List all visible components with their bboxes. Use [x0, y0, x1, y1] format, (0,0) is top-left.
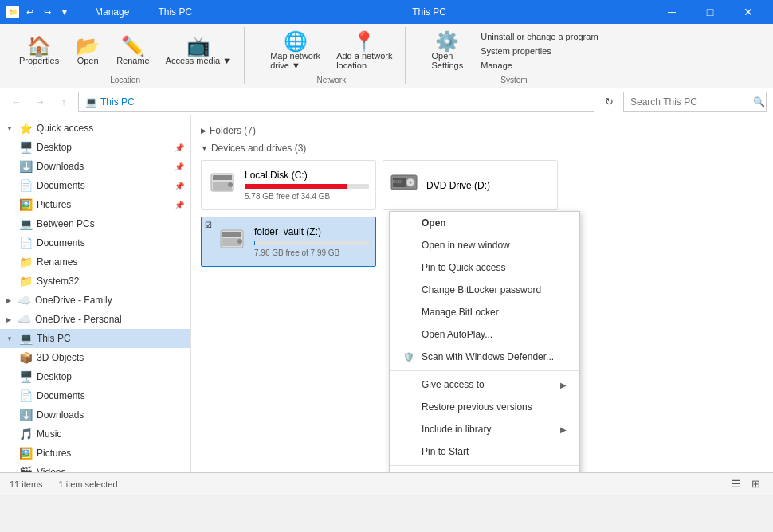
ctx-manage-bitlocker[interactable]: Manage BitLocker: [390, 301, 579, 323]
ctx-change-bitlocker-icon: [402, 284, 415, 296]
add-network-button[interactable]: 📍 Add a networklocation: [330, 29, 398, 73]
ctx-change-bitlocker[interactable]: Change BitLocker password: [390, 279, 579, 301]
ribbon-tab-thispc[interactable]: This PC: [145, 2, 205, 22]
drive-dvd[interactable]: DVD DVD Drive (D:): [383, 160, 558, 210]
open-button[interactable]: 📂 Open: [69, 33, 107, 68]
map-network-button[interactable]: 🌐 Map networkdrive ▼: [264, 29, 327, 73]
add-network-icon: 📍: [352, 32, 376, 51]
back-button[interactable]: ←: [6, 92, 26, 111]
access-media-button[interactable]: 📺 Access media ▼: [159, 33, 237, 68]
settings-label: OpenSettings: [431, 51, 463, 70]
onedrive-personal-label: OneDrive - Personal: [35, 314, 122, 325]
ctx-give-access[interactable]: Give access to ▶: [390, 374, 579, 396]
qa-dropdown[interactable]: ▼: [57, 5, 72, 19]
folder-vault-space: 7.96 GB free of 7.99 GB: [254, 248, 369, 257]
pictures2-icon: 🖼️: [19, 447, 32, 460]
this-pc-expand-icon: ▼: [6, 335, 13, 342]
large-icons-view-button[interactable]: ⊞: [747, 476, 763, 492]
sidebar-item-pictures[interactable]: 🖼️ Pictures 📌: [0, 195, 190, 214]
folders-section-header[interactable]: ▶ Folders (7): [201, 122, 763, 139]
renames-label: Renames: [37, 256, 77, 268]
open-settings-button[interactable]: ⚙️ OpenSettings: [425, 29, 469, 73]
ctx-sep-1: [390, 370, 579, 371]
qa-undo[interactable]: ↩: [22, 5, 37, 19]
documents-pin-icon: 📌: [175, 182, 184, 190]
local-disk-space: 5.78 GB free of 34.4 GB: [245, 192, 369, 201]
sidebar-item-videos[interactable]: 🎬 Videos: [0, 463, 190, 472]
downloads2-icon: ⬇️: [19, 409, 32, 421]
qa-redo[interactable]: ↪: [40, 5, 54, 19]
ctx-pin-qa-left: Pin to Quick access: [402, 261, 505, 274]
ctx-format[interactable]: Format...: [390, 468, 579, 472]
ctx-pin-start[interactable]: Pin to Start: [390, 440, 579, 463]
sidebar-item-system32[interactable]: 📁 System32: [0, 272, 190, 291]
ctx-pin-start-label: Pin to Start: [422, 446, 469, 457]
sidebar-item-documents3[interactable]: 📄 Documents: [0, 386, 190, 405]
sidebar-item-between-pcs[interactable]: 💻 Between PCs: [0, 214, 190, 233]
ctx-restore-versions[interactable]: Restore previous versions: [390, 396, 579, 418]
drive-folder-vault[interactable]: ☑ folder_vault (Z:) 7.96 GB free of 7.99…: [201, 217, 376, 267]
dvd-drive-icon: DVD: [390, 167, 418, 203]
sidebar-item-documents[interactable]: 📄 Documents 📌: [0, 176, 190, 195]
ctx-include-library-label: Include in library: [422, 424, 491, 435]
downloads-icon: ⬇️: [19, 160, 32, 173]
sidebar-item-desktop2[interactable]: 🖥️ Desktop: [0, 367, 190, 386]
sidebar-item-onedrive-personal[interactable]: ▶ ☁️ OneDrive - Personal: [0, 310, 190, 329]
ctx-pin-qa-label: Pin to Quick access: [422, 262, 505, 273]
search-box[interactable]: 🔍: [623, 92, 767, 112]
qa-separator: [77, 6, 77, 18]
uninstall-button[interactable]: Uninstall or change a program: [476, 30, 602, 43]
sidebar-item-downloads2[interactable]: ⬇️ Downloads: [0, 405, 190, 424]
documents3-icon: 📄: [19, 389, 32, 402]
drive-local-disk[interactable]: Local Disk (C:) 5.78 GB free of 34.4 GB: [201, 160, 376, 210]
desktop-icon: 🖥️: [19, 141, 32, 154]
forward-button[interactable]: →: [30, 92, 49, 111]
sidebar-item-quick-access[interactable]: ▼ ⭐ Quick access: [0, 119, 190, 138]
system-props-button[interactable]: System properties: [476, 45, 602, 57]
app-icon: 📁: [6, 6, 19, 18]
path-this-pc[interactable]: This PC: [100, 96, 135, 108]
open-label: Open: [77, 56, 99, 65]
desktop2-icon: 🖥️: [19, 370, 32, 383]
details-view-button[interactable]: ☰: [728, 476, 744, 492]
sidebar-item-downloads[interactable]: ⬇️ Downloads 📌: [0, 157, 190, 176]
sidebar-item-onedrive-family[interactable]: ▶ ☁️ OneDrive - Family: [0, 291, 190, 310]
title-bar: 📁 ↩ ↪ ▼ Manage This PC This PC ─ □ ✕: [0, 0, 773, 24]
folder-vault-info: folder_vault (Z:) 7.96 GB free of 7.99 G…: [254, 226, 369, 257]
sidebar-item-this-pc[interactable]: ▼ 💻 This PC: [0, 329, 190, 348]
rename-button[interactable]: ✏️ Rename: [110, 33, 156, 68]
ctx-pin-qa-icon: [402, 261, 415, 274]
rename-label: Rename: [116, 56, 150, 65]
network-group-label: Network: [316, 74, 346, 84]
ctx-open[interactable]: Open: [390, 212, 579, 234]
access-media-icon: 📺: [186, 37, 210, 56]
close-button[interactable]: ✕: [730, 0, 767, 24]
dvd-info: DVD Drive (D:): [426, 180, 551, 191]
maximize-button[interactable]: □: [692, 0, 728, 24]
desktop2-label: Desktop: [37, 371, 72, 382]
up-button[interactable]: ↑: [54, 92, 73, 111]
ribbon-tab-manage[interactable]: Manage: [82, 2, 142, 22]
sidebar-item-pictures2[interactable]: 🖼️ Pictures: [0, 444, 190, 463]
sidebar-item-3d-objects[interactable]: 📦 3D Objects: [0, 348, 190, 367]
ctx-scan-defender[interactable]: 🛡️ Scan with Windows Defender...: [390, 346, 579, 368]
sidebar-item-desktop[interactable]: 🖥️ Desktop 📌: [0, 138, 190, 157]
music-icon: 🎵: [19, 428, 32, 440]
ctx-open-autoplay[interactable]: Open AutoPlay...: [390, 323, 579, 346]
ctx-open-new-window[interactable]: Open in new window: [390, 234, 579, 256]
sidebar-item-music[interactable]: 🎵 Music: [0, 424, 190, 444]
address-path[interactable]: 💻 This PC: [78, 92, 594, 112]
system-group-label: System: [500, 74, 527, 84]
minimize-button[interactable]: ─: [653, 0, 690, 24]
address-bar: ← → ↑ 💻 This PC ↻ 🔍: [0, 88, 773, 115]
devices-section-header[interactable]: ▼ Devices and drives (3): [201, 139, 763, 157]
refresh-button[interactable]: ↻: [599, 92, 618, 111]
documents2-label: Documents: [37, 237, 85, 248]
ctx-include-library[interactable]: Include in library ▶: [390, 418, 579, 440]
sidebar-item-renames[interactable]: 📁 Renames: [0, 252, 190, 272]
ctx-pin-quick-access[interactable]: Pin to Quick access: [390, 256, 579, 279]
manage-button[interactable]: Manage: [476, 59, 602, 72]
search-input[interactable]: [630, 96, 750, 108]
properties-button[interactable]: 🏠 Properties: [13, 33, 65, 68]
sidebar-item-documents2[interactable]: 📄 Documents: [0, 233, 190, 252]
